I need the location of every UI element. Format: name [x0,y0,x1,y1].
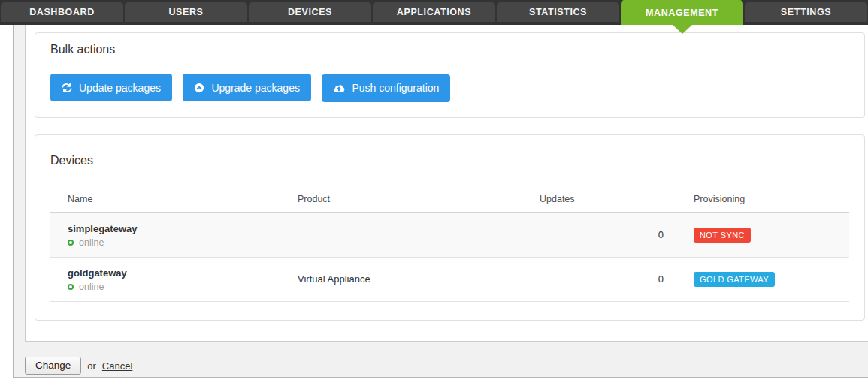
device-status: online [68,282,274,292]
provisioning-status-badge: GOLD GATEWAY [694,272,775,287]
tab-devices[interactable]: DEVICES [249,2,371,22]
device-status-label: online [79,282,104,292]
device-updates-count: 0 [522,213,676,258]
chevron-circle-up-icon [194,83,204,93]
device-name: goldgateway [68,267,274,279]
devices-card: Devices Name Product Updates Provisionin… [35,134,865,321]
column-header-provisioning: Provisioning [676,188,849,213]
page-frame: Bulk actions Update packages [13,25,868,378]
tab-dashboard[interactable]: DASHBOARD [1,2,123,22]
active-tab-pointer [673,25,692,34]
refresh-icon [62,83,72,93]
cancel-link[interactable]: Cancel [102,360,132,372]
device-product: Virtual Appliance [280,257,522,301]
provisioning-status-badge: NOT SYNC [694,228,751,243]
form-submit-row: Change or Cancel [25,357,132,375]
online-status-icon [68,284,74,290]
tab-statistics[interactable]: STATISTICS [497,2,619,22]
table-row-simplegateway[interactable]: simplegateway online 0 NOT SYNC [50,213,849,258]
top-navbar: DASHBOARD USERS DEVICES APPLICATIONS STA… [0,0,868,25]
bulk-actions-title: Bulk actions [50,42,849,57]
tab-users[interactable]: USERS [125,2,247,22]
column-header-updates: Updates [522,188,676,213]
push-configuration-label: Push configuration [352,82,439,94]
update-packages-button[interactable]: Update packages [50,74,172,101]
online-status-icon [68,240,74,246]
column-header-name: Name [50,188,280,213]
devices-title: Devices [50,153,849,168]
upgrade-packages-label: Upgrade packages [211,82,300,94]
tab-applications[interactable]: APPLICATIONS [373,2,495,22]
upgrade-packages-button[interactable]: Upgrade packages [183,74,311,101]
push-configuration-button[interactable]: Push configuration [322,74,450,102]
update-packages-label: Update packages [79,82,161,94]
device-product [280,213,522,258]
tab-settings[interactable]: SETTINGS [745,2,867,22]
device-status: online [68,237,274,248]
tab-management[interactable]: MANAGEMENT [621,0,743,25]
cloud-upload-icon [333,83,345,93]
bulk-actions-card: Bulk actions Update packages [35,32,865,118]
devices-table-header-row: Name Product Updates Provisioning [50,188,849,213]
management-form-panel: Bulk actions Update packages [25,25,868,342]
devices-table: Name Product Updates Provisioning simple… [50,188,849,302]
device-name: simplegateway [68,222,274,235]
or-label: or [87,360,96,372]
bulk-actions-button-row: Update packages Upgrade packages [50,74,849,102]
change-button[interactable]: Change [25,357,81,375]
device-status-label: online [79,237,104,248]
column-header-product: Product [280,188,522,213]
table-row-goldgateway[interactable]: goldgateway online Virtual Appliance 0 G… [50,257,849,301]
device-updates-count: 0 [522,257,676,301]
